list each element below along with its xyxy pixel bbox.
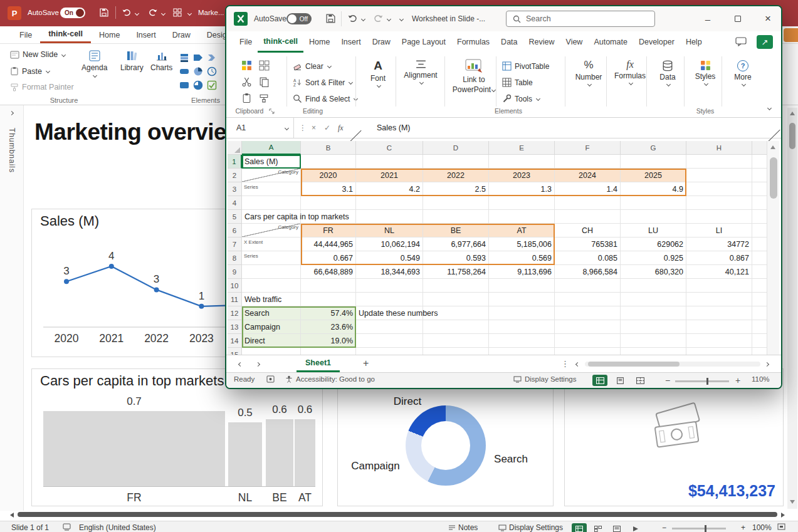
cell-F3[interactable]: 1.4 [555, 182, 621, 196]
cell-G8[interactable]: 0.925 [621, 251, 686, 265]
xl-tab-think-cell[interactable]: think-cell [258, 31, 303, 53]
format-painter-icon[interactable] [259, 93, 270, 103]
copy-icon[interactable] [259, 76, 270, 87]
cell-E2[interactable]: 2023 [489, 169, 555, 182]
ppt-tab-file[interactable]: File [11, 26, 40, 43]
cell-B12[interactable]: 57.4% [301, 306, 356, 320]
xl-tab-review[interactable]: Review [523, 31, 560, 53]
cell-E5[interactable] [489, 210, 555, 224]
cell-F15[interactable] [555, 348, 621, 355]
row-header-11[interactable]: 11 [228, 293, 242, 306]
cell-D11[interactable] [423, 293, 489, 306]
cell-C2[interactable]: 2021 [356, 169, 423, 182]
xl-redo-icon[interactable] [373, 13, 384, 24]
harvey-ball-icon[interactable] [193, 80, 203, 90]
row-header-8[interactable]: 8 [228, 251, 242, 265]
pivottable-button[interactable]: PivotTable [502, 61, 549, 71]
xl-tab-insert[interactable]: Insert [335, 31, 366, 53]
cell-F8[interactable]: 0.085 [555, 251, 621, 265]
cell-F11[interactable] [555, 293, 621, 306]
cell-G13[interactable] [621, 320, 686, 334]
cell-C12[interactable]: Update these numbers [356, 306, 423, 320]
cell-H4[interactable] [686, 196, 752, 210]
cell-F1[interactable] [555, 155, 621, 169]
vscroll-down-arrow[interactable] [790, 500, 795, 504]
cell-B2[interactable]: 2020 [301, 169, 356, 182]
page-layout-view-icon[interactable] [612, 375, 627, 386]
slideshow-view-icon[interactable] [628, 523, 643, 532]
cell-F6[interactable]: CH [555, 224, 621, 237]
row-header-12[interactable]: 12 [228, 306, 242, 320]
charts-button[interactable]: Charts [150, 50, 172, 72]
cell-A4[interactable] [242, 196, 301, 210]
cell-E14[interactable] [489, 334, 555, 348]
xl-undo-icon[interactable] [347, 13, 358, 24]
cell-E10[interactable] [489, 279, 555, 293]
column-header-F[interactable]: F [555, 141, 621, 155]
undo-dropdown-icon[interactable] [135, 11, 139, 16]
qat-dropdown-icon[interactable] [399, 17, 404, 21]
cell-B9[interactable]: 66,648,889 [301, 265, 356, 279]
cell-H9[interactable]: 40,121 [686, 265, 752, 279]
zoom-thumb[interactable] [706, 378, 708, 385]
fit-slide-icon[interactable] [777, 523, 785, 530]
sort-filter-button[interactable]: AZ Sort & Filter [293, 78, 352, 87]
open-in-excel-button[interactable]: ↗ [757, 35, 773, 49]
reading-view-icon[interactable] [609, 523, 624, 532]
page-break-view-icon[interactable] [633, 375, 648, 386]
cars-chart-card[interactable]: Cars per capita in top markets 0.7FR0.5N… [31, 368, 323, 506]
hscroll-right-arrow[interactable] [781, 513, 785, 518]
zoom-level[interactable]: 110% [752, 375, 770, 383]
minimize-button[interactable]: – [694, 6, 722, 31]
paste-button[interactable]: Paste [10, 66, 50, 76]
row-header-4[interactable]: 4 [228, 196, 242, 210]
cell-A3[interactable]: Series [242, 182, 301, 196]
macro-record-icon[interactable] [266, 375, 275, 383]
cell-G6[interactable]: LU [621, 224, 686, 237]
row-header-5[interactable]: 5 [228, 210, 242, 224]
clock-icon[interactable] [207, 66, 217, 76]
cell-F4[interactable] [555, 196, 621, 210]
cell-B10[interactable] [301, 279, 356, 293]
font-button[interactable]: Font [360, 59, 396, 87]
xl-tab-developer[interactable]: Developer [633, 31, 680, 53]
link-to-powerpoint-button[interactable]: Link to PowerPoint [452, 58, 496, 94]
cell-B14[interactable]: 19.0% [301, 334, 356, 348]
cell-H3[interactable] [686, 182, 752, 196]
clear-button[interactable]: Clear [293, 61, 331, 71]
ppt-redo-icon[interactable] [148, 8, 158, 18]
cell-F10[interactable] [555, 279, 621, 293]
cell-G5[interactable] [621, 210, 686, 224]
cell-G9[interactable]: 680,320 [621, 265, 686, 279]
cancel-icon[interactable]: × [312, 118, 316, 138]
zoom-in-button[interactable]: + [735, 375, 740, 385]
close-button[interactable]: × [754, 6, 782, 31]
zoom-out-button[interactable]: − [665, 375, 670, 385]
cell-G3[interactable]: 4.9 [621, 182, 686, 196]
cell-D15[interactable] [423, 348, 489, 355]
enter-icon[interactable]: ✓ [324, 118, 330, 138]
xl-save-icon[interactable] [325, 13, 336, 24]
cell-C1[interactable] [356, 155, 423, 169]
cell-C4[interactable] [356, 196, 423, 210]
cell-B13[interactable]: 23.6% [301, 320, 356, 334]
cell-F13[interactable] [555, 320, 621, 334]
cell-H5[interactable] [686, 210, 752, 224]
cell-A9[interactable] [242, 265, 301, 279]
number-button[interactable]: Number [571, 59, 606, 86]
library-button[interactable]: Library [120, 50, 144, 72]
undo-dropdown-icon[interactable] [361, 17, 365, 21]
row-header-14[interactable]: 14 [228, 334, 242, 348]
new-slide-button[interactable]: New Slide [10, 50, 65, 59]
ppt-tab-think-cell[interactable]: think-cell [40, 26, 91, 43]
cell-A7[interactable]: X Extent [242, 237, 301, 251]
spellcheck-icon[interactable] [63, 523, 71, 531]
cell-B8[interactable]: 0.667 [301, 251, 356, 265]
cell-F9[interactable]: 8,966,584 [555, 265, 621, 279]
sheet-menu-icon[interactable]: ⋮ [561, 359, 569, 368]
agenda-button[interactable]: Agenda [81, 50, 107, 77]
normal-view-icon[interactable] [572, 523, 587, 532]
cell-H11[interactable] [686, 293, 752, 306]
format-painter-button[interactable]: Format Painter [10, 83, 74, 91]
styles-button[interactable]: Styles [688, 60, 723, 85]
